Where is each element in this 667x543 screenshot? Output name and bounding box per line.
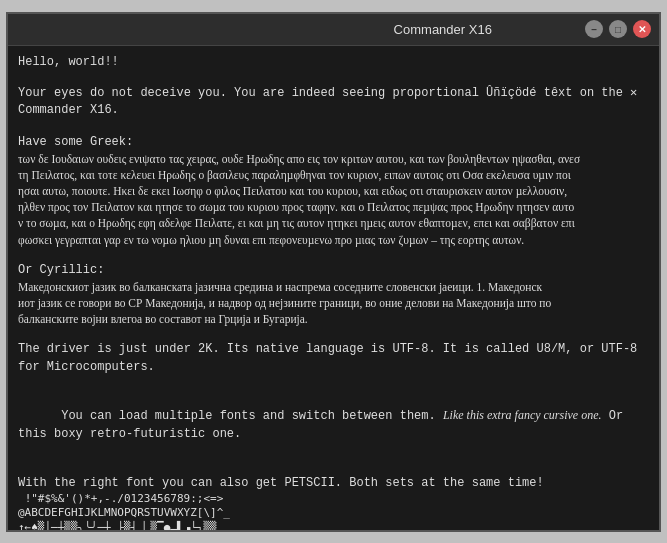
line-eyes: Your eyes do not deceive you. You are in… bbox=[18, 85, 649, 120]
line-driver: The driver is just under 2K. Its native … bbox=[18, 341, 649, 376]
main-window: Commander X16 – □ ✕ Hello, world!! Your … bbox=[6, 12, 661, 532]
terminal-content[interactable]: Hello, world!! Your eyes do not deceive … bbox=[8, 46, 659, 530]
line-cyrillic-header: Or Cyrillic: bbox=[18, 262, 649, 279]
spacer-1 bbox=[18, 71, 649, 85]
window-controls: – □ ✕ bbox=[585, 20, 651, 38]
spacer-6 bbox=[18, 461, 649, 475]
minimize-button[interactable]: – bbox=[585, 20, 603, 38]
spacer-2 bbox=[18, 120, 649, 134]
petscii-display: !"#$%&'()*+,-./0123456789:;<=> @ABCDEFGH… bbox=[18, 492, 649, 529]
spacer-4 bbox=[18, 327, 649, 341]
title-bar: Commander X16 – □ ✕ bbox=[8, 14, 659, 46]
spacer-3 bbox=[18, 248, 649, 262]
window-title: Commander X16 bbox=[301, 22, 586, 37]
line-multiple-fonts: You can load multiple fonts and switch b… bbox=[18, 390, 649, 461]
petscii-row-1: !"#$%&'()*+,-./0123456789:;<=> bbox=[18, 492, 649, 506]
line-fonts-fancy: Like this extra fancy cursive one. bbox=[443, 408, 602, 422]
maximize-button[interactable]: □ bbox=[609, 20, 627, 38]
close-button[interactable]: ✕ bbox=[633, 20, 651, 38]
line-greek-header: Have some Greek: bbox=[18, 134, 649, 151]
line-hello: Hello, world!! bbox=[18, 54, 649, 71]
line-fonts-prefix: You can load multiple fonts and switch b… bbox=[61, 409, 443, 423]
cyrillic-text-block: Македонскиот јазик во балканската јазичн… bbox=[18, 279, 649, 327]
greek-text-block: των δε Ιουδαιων ουδεις ενιψατο τας χειρα… bbox=[18, 151, 649, 248]
petscii-row-3: ↑←♠▒│─┼▒▒╮╰╯─┼ ├▒┤▁▏▒▔●▃▌▗└┐▒▒ bbox=[18, 521, 649, 530]
petscii-row-2: @ABCDEFGHIJKLMNOPQRSTUVWXYZ[\]^_ bbox=[18, 506, 649, 520]
line-petscii-intro: With the right font you can also get PET… bbox=[18, 475, 649, 492]
spacer-5 bbox=[18, 376, 649, 390]
